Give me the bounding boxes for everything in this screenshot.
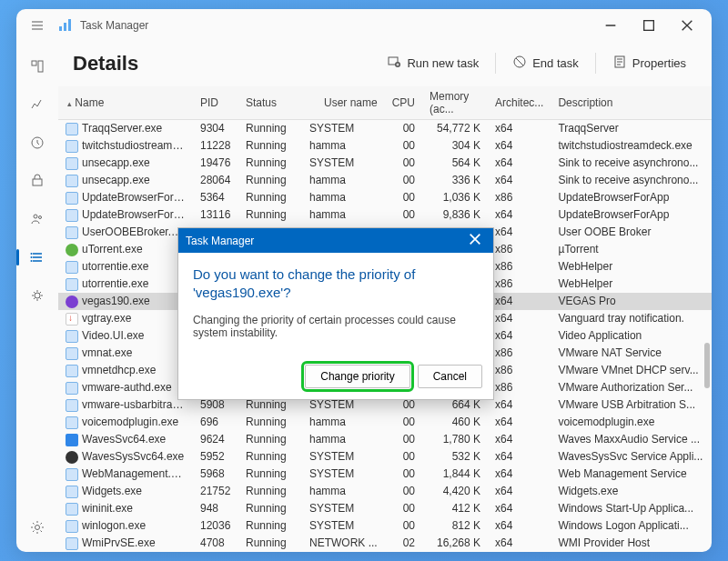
process-icon [66, 468, 78, 481]
table-row[interactable]: Widgets.exe21752Runninghamma004,420 Kx64… [58, 483, 712, 500]
table-row[interactable]: UpdateBrowserForAp...13116Runninghamma00… [58, 206, 712, 224]
svg-point-9 [39, 216, 42, 219]
svg-point-8 [34, 215, 37, 218]
close-button[interactable] [668, 12, 706, 39]
process-icon [66, 296, 78, 308]
table-row[interactable]: unsecapp.exe19476RunningSYSTEM00564 Kx64… [58, 155, 712, 172]
process-icon [66, 140, 78, 153]
table-row[interactable]: TraqqServer.exe9304RunningSYSTEM0054,772… [58, 120, 712, 137]
run-new-task-label: Run new task [407, 56, 479, 70]
process-icon [66, 382, 78, 395]
process-icon [66, 244, 78, 256]
col-desc[interactable]: Description [551, 86, 712, 120]
process-icon [66, 399, 78, 412]
sidebar-settings[interactable] [22, 512, 53, 543]
dialog-question: Do you want to change the priority of 'v… [193, 265, 479, 303]
process-icon [66, 416, 78, 429]
svg-rect-4 [32, 61, 36, 65]
process-icon [66, 261, 78, 274]
dialog-title: Task Manager [186, 235, 254, 247]
process-icon [66, 278, 78, 291]
table-row[interactable]: twitchstudiostreamd...11228Runninghamma0… [58, 137, 712, 155]
run-icon [387, 55, 401, 72]
col-name[interactable]: ▴ Name [58, 86, 193, 120]
sidebar-details[interactable] [22, 242, 53, 273]
run-new-task-button[interactable]: Run new task [376, 49, 490, 77]
svg-rect-3 [644, 21, 654, 31]
svg-point-10 [31, 253, 33, 255]
priority-dialog: Task Manager Do you want to change the p… [177, 227, 494, 400]
table-row[interactable]: unsecapp.exe28064Runninghamma00336 Kx64S… [58, 172, 712, 189]
table-row[interactable]: WavesSvc64.exe9624Runninghamma001,780 Kx… [58, 431, 712, 448]
svg-point-13 [35, 293, 40, 298]
properties-button[interactable]: Properties [602, 49, 697, 77]
app-title: Task Manager [80, 19, 592, 32]
process-icon [66, 123, 78, 135]
svg-rect-5 [38, 61, 43, 72]
col-mem[interactable]: Memory (ac... [422, 86, 488, 120]
process-icon [66, 226, 78, 239]
minimize-button[interactable] [592, 12, 630, 39]
menu-button[interactable] [22, 12, 53, 39]
process-icon [66, 365, 78, 377]
table-row[interactable]: wininit.exe948RunningSYSTEM00412 Kx64Win… [58, 500, 712, 517]
process-icon [66, 313, 78, 326]
table-row[interactable]: UpdateBrowserForAp...5364Runninghamma001… [58, 189, 712, 206]
svg-point-12 [31, 260, 33, 262]
process-icon [66, 451, 78, 464]
properties-label: Properties [632, 56, 686, 70]
table-row[interactable]: WmiPrvSE.exe4708RunningNETWORK ...0216,2… [58, 535, 712, 552]
col-arch[interactable]: Architec... [488, 86, 551, 120]
change-priority-button[interactable]: Change priority [305, 365, 410, 388]
dialog-message: Changing the priority of certain process… [193, 314, 479, 339]
process-icon [66, 486, 78, 498]
col-cpu[interactable]: CPU [385, 86, 422, 120]
process-icon [66, 209, 78, 222]
cancel-button[interactable]: Cancel [418, 365, 482, 388]
end-task-button[interactable]: End task [501, 49, 590, 77]
table-header-row[interactable]: ▴ Name PID Status User name CPU Memory (… [58, 86, 712, 120]
svg-rect-0 [59, 26, 62, 31]
properties-icon [612, 55, 627, 72]
table-row[interactable]: winlogon.exe12036RunningSYSTEM00812 Kx64… [58, 517, 712, 535]
sidebar-history[interactable] [22, 127, 53, 158]
svg-rect-1 [64, 23, 66, 31]
end-icon [512, 55, 527, 72]
process-icon [66, 192, 78, 205]
col-status[interactable]: Status [238, 86, 302, 120]
sidebar-startup[interactable] [22, 165, 53, 196]
svg-point-14 [35, 526, 40, 530]
process-icon [66, 347, 78, 360]
svg-rect-7 [33, 179, 42, 185]
col-pid[interactable]: PID [193, 86, 238, 120]
table-row[interactable]: voicemodplugin.exe696Runninghamma00460 K… [58, 414, 712, 431]
maximize-button[interactable] [630, 12, 668, 39]
process-icon [66, 175, 78, 187]
svg-rect-2 [68, 19, 71, 31]
dialog-close-button[interactable] [464, 232, 486, 249]
svg-point-11 [31, 256, 33, 258]
process-icon [66, 537, 78, 550]
app-icon [58, 17, 75, 34]
page-title: Details [73, 52, 376, 75]
scroll-thumb[interactable] [704, 343, 710, 388]
process-icon [66, 520, 78, 533]
sidebar-performance[interactable] [22, 89, 53, 120]
col-user[interactable]: User name [302, 86, 385, 120]
sidebar-users[interactable] [22, 204, 53, 235]
sidebar-services[interactable] [22, 280, 53, 311]
process-icon [66, 503, 78, 516]
table-row[interactable]: WebManagement.exe5968RunningSYSTEM001,84… [58, 466, 712, 483]
end-task-label: End task [532, 56, 579, 70]
process-icon [66, 330, 78, 343]
process-icon [66, 157, 78, 170]
sidebar-processes[interactable] [22, 51, 53, 82]
table-row[interactable]: WavesSysSvc64.exe5952RunningSYSTEM00532 … [58, 448, 712, 466]
process-icon [66, 434, 78, 446]
